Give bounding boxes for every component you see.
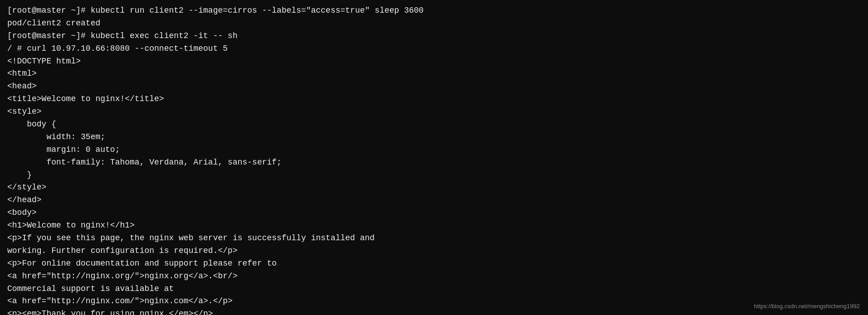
terminal-line: margin: 0 auto; [7, 144, 861, 156]
terminal-line: pod/client2 created [7, 17, 861, 30]
terminal-line: <head> [7, 80, 861, 93]
terminal-line: [root@master ~]# kubectl run client2 --i… [7, 5, 861, 17]
terminal-line: <html> [7, 68, 861, 80]
terminal-line: width: 35em; [7, 131, 861, 144]
terminal-line: <body> [7, 207, 861, 219]
terminal-line: [root@master ~]# kubectl exec client2 -i… [7, 30, 861, 43]
terminal-line: <a href="http://nginx.org/">nginx.org</a… [7, 270, 861, 283]
terminal-line: Commercial support is available at [7, 283, 861, 296]
terminal-line: </style> [7, 181, 861, 194]
terminal-line: <p><em>Thank you for using nginx.</em></… [7, 308, 861, 315]
terminal-line: <h1>Welcome to nginx!</h1> [7, 219, 861, 232]
terminal-line: <!DOCTYPE html> [7, 55, 861, 68]
terminal-line: <p>If you see this page, the nginx web s… [7, 232, 861, 245]
terminal-line: <title>Welcome to nginx!</title> [7, 93, 861, 106]
terminal-line: / # curl 10.97.10.66:8080 --connect-time… [7, 43, 861, 55]
terminal-line: } [7, 169, 861, 182]
watermark: https://blog.csdn.net/mengshicheng1992 [754, 303, 860, 310]
terminal-line: font-family: Tahoma, Verdana, Arial, san… [7, 156, 861, 169]
terminal-line: body { [7, 118, 861, 131]
terminal-line: <p>For online documentation and support … [7, 257, 861, 270]
terminal-line: <style> [7, 106, 861, 118]
terminal-output: [root@master ~]# kubectl run client2 --i… [0, 0, 868, 315]
terminal-line: </head> [7, 194, 861, 207]
terminal-line: <a href="http://nginx.com/">nginx.com</a… [7, 295, 861, 308]
terminal-line: working. Further configuration is requir… [7, 245, 861, 257]
